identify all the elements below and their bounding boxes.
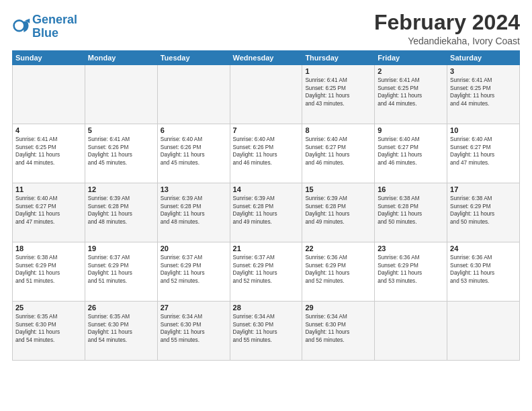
day-number: 7 [233, 126, 300, 134]
day-info: Sunrise: 6:35 AM Sunset: 6:30 PM Dayligh… [88, 313, 154, 344]
day-info: Sunrise: 6:41 AM Sunset: 6:26 PM Dayligh… [88, 136, 154, 167]
calendar-cell: 16Sunrise: 6:38 AM Sunset: 6:28 PM Dayli… [375, 183, 447, 242]
calendar-cell: 18Sunrise: 6:38 AM Sunset: 6:29 PM Dayli… [13, 242, 85, 302]
day-info: Sunrise: 6:36 AM Sunset: 6:29 PM Dayligh… [378, 254, 444, 285]
header-cell-friday: Friday [375, 51, 447, 65]
calendar-cell: 28Sunrise: 6:34 AM Sunset: 6:30 PM Dayli… [230, 302, 302, 361]
week-row-3: 11Sunrise: 6:40 AM Sunset: 6:27 PM Dayli… [13, 183, 520, 242]
week-row-5: 25Sunrise: 6:35 AM Sunset: 6:30 PM Dayli… [13, 302, 520, 361]
calendar-cell [375, 302, 447, 361]
calendar-cell: 13Sunrise: 6:39 AM Sunset: 6:28 PM Dayli… [157, 183, 230, 242]
day-number: 3 [450, 67, 517, 75]
week-row-2: 4Sunrise: 6:41 AM Sunset: 6:25 PM Daylig… [13, 124, 520, 183]
day-number: 21 [233, 244, 300, 253]
day-info: Sunrise: 6:37 AM Sunset: 6:29 PM Dayligh… [161, 254, 227, 285]
calendar-header: SundayMondayTuesdayWednesdayThursdayFrid… [13, 51, 520, 65]
day-number: 22 [305, 244, 371, 253]
day-number: 17 [450, 185, 517, 193]
calendar-cell: 10Sunrise: 6:40 AM Sunset: 6:27 PM Dayli… [447, 124, 520, 183]
logo: General Blue [12, 13, 77, 40]
page: General Blue February 2024 Yedandiekaha,… [0, 0, 532, 411]
calendar-cell: 5Sunrise: 6:41 AM Sunset: 6:26 PM Daylig… [85, 124, 157, 183]
day-info: Sunrise: 6:34 AM Sunset: 6:30 PM Dayligh… [233, 313, 300, 344]
week-row-1: 1Sunrise: 6:41 AM Sunset: 6:25 PM Daylig… [13, 65, 520, 124]
calendar-cell [13, 65, 85, 124]
calendar-cell [230, 65, 302, 124]
calendar-cell: 26Sunrise: 6:35 AM Sunset: 6:30 PM Dayli… [85, 302, 157, 361]
day-number: 16 [378, 185, 444, 193]
calendar-cell: 9Sunrise: 6:40 AM Sunset: 6:27 PM Daylig… [375, 124, 447, 183]
day-info: Sunrise: 6:38 AM Sunset: 6:28 PM Dayligh… [378, 195, 444, 226]
day-info: Sunrise: 6:39 AM Sunset: 6:28 PM Dayligh… [233, 195, 300, 226]
day-info: Sunrise: 6:40 AM Sunset: 6:27 PM Dayligh… [15, 195, 82, 226]
day-info: Sunrise: 6:36 AM Sunset: 6:29 PM Dayligh… [305, 254, 371, 285]
calendar-cell: 20Sunrise: 6:37 AM Sunset: 6:29 PM Dayli… [157, 242, 230, 302]
calendar-cell: 12Sunrise: 6:39 AM Sunset: 6:28 PM Dayli… [85, 183, 157, 242]
day-info: Sunrise: 6:36 AM Sunset: 6:30 PM Dayligh… [450, 254, 517, 285]
header: General Blue February 2024 Yedandiekaha,… [12, 11, 520, 46]
calendar-cell: 25Sunrise: 6:35 AM Sunset: 6:30 PM Dayli… [13, 302, 85, 361]
calendar-cell: 8Sunrise: 6:40 AM Sunset: 6:27 PM Daylig… [302, 124, 375, 183]
calendar-cell: 15Sunrise: 6:39 AM Sunset: 6:28 PM Dayli… [302, 183, 375, 242]
day-number: 26 [88, 304, 154, 312]
day-number: 4 [15, 126, 82, 134]
day-info: Sunrise: 6:41 AM Sunset: 6:25 PM Dayligh… [15, 136, 82, 167]
day-info: Sunrise: 6:40 AM Sunset: 6:27 PM Dayligh… [450, 136, 517, 167]
day-number: 28 [233, 304, 300, 312]
calendar-cell [85, 65, 157, 124]
calendar-cell: 22Sunrise: 6:36 AM Sunset: 6:29 PM Dayli… [302, 242, 375, 302]
day-info: Sunrise: 6:40 AM Sunset: 6:26 PM Dayligh… [233, 136, 300, 167]
day-info: Sunrise: 6:39 AM Sunset: 6:28 PM Dayligh… [88, 195, 154, 226]
day-number: 8 [305, 126, 371, 134]
header-cell-wednesday: Wednesday [230, 51, 302, 65]
day-info: Sunrise: 6:40 AM Sunset: 6:26 PM Dayligh… [161, 136, 227, 167]
day-number: 1 [305, 67, 371, 75]
day-number: 13 [161, 185, 227, 193]
day-info: Sunrise: 6:39 AM Sunset: 6:28 PM Dayligh… [305, 195, 371, 226]
header-cell-monday: Monday [85, 51, 157, 65]
month-year: February 2024 [374, 11, 520, 34]
day-number: 10 [450, 126, 517, 134]
day-info: Sunrise: 6:37 AM Sunset: 6:29 PM Dayligh… [88, 254, 154, 285]
calendar-cell: 1Sunrise: 6:41 AM Sunset: 6:25 PM Daylig… [302, 65, 375, 124]
day-info: Sunrise: 6:38 AM Sunset: 6:29 PM Dayligh… [15, 254, 82, 285]
day-info: Sunrise: 6:37 AM Sunset: 6:29 PM Dayligh… [233, 254, 300, 285]
calendar-table: SundayMondayTuesdayWednesdayThursdayFrid… [12, 50, 520, 361]
day-info: Sunrise: 6:41 AM Sunset: 6:25 PM Dayligh… [378, 77, 444, 107]
calendar-cell [157, 65, 230, 124]
location: Yedandiekaha, Ivory Coast [374, 36, 520, 46]
day-info: Sunrise: 6:41 AM Sunset: 6:25 PM Dayligh… [450, 77, 517, 107]
week-row-4: 18Sunrise: 6:38 AM Sunset: 6:29 PM Dayli… [13, 242, 520, 302]
header-cell-thursday: Thursday [302, 51, 375, 65]
day-info: Sunrise: 6:39 AM Sunset: 6:28 PM Dayligh… [161, 195, 227, 226]
day-number: 9 [378, 126, 444, 134]
day-info: Sunrise: 6:40 AM Sunset: 6:27 PM Dayligh… [378, 136, 444, 167]
calendar-cell: 11Sunrise: 6:40 AM Sunset: 6:27 PM Dayli… [13, 183, 85, 242]
calendar-cell: 27Sunrise: 6:34 AM Sunset: 6:30 PM Dayli… [157, 302, 230, 361]
day-number: 19 [88, 244, 154, 253]
day-number: 23 [378, 244, 444, 253]
calendar-cell: 21Sunrise: 6:37 AM Sunset: 6:29 PM Dayli… [230, 242, 302, 302]
header-cell-tuesday: Tuesday [157, 51, 230, 65]
day-info: Sunrise: 6:34 AM Sunset: 6:30 PM Dayligh… [305, 313, 371, 344]
day-number: 15 [305, 185, 371, 193]
calendar-cell: 19Sunrise: 6:37 AM Sunset: 6:29 PM Dayli… [85, 242, 157, 302]
day-number: 14 [233, 185, 300, 193]
day-number: 29 [305, 304, 371, 312]
day-info: Sunrise: 6:35 AM Sunset: 6:30 PM Dayligh… [15, 313, 82, 344]
calendar-cell: 2Sunrise: 6:41 AM Sunset: 6:25 PM Daylig… [375, 65, 447, 124]
header-cell-saturday: Saturday [447, 51, 520, 65]
title-block: February 2024 Yedandiekaha, Ivory Coast [374, 11, 520, 46]
day-number: 25 [15, 304, 82, 312]
day-info: Sunrise: 6:38 AM Sunset: 6:29 PM Dayligh… [450, 195, 517, 226]
day-number: 2 [378, 67, 444, 75]
day-number: 5 [88, 126, 154, 134]
day-number: 20 [161, 244, 227, 253]
calendar-cell: 6Sunrise: 6:40 AM Sunset: 6:26 PM Daylig… [157, 124, 230, 183]
day-number: 18 [15, 244, 82, 253]
calendar-cell: 3Sunrise: 6:41 AM Sunset: 6:25 PM Daylig… [447, 65, 520, 124]
day-number: 24 [450, 244, 517, 253]
day-info: Sunrise: 6:34 AM Sunset: 6:30 PM Dayligh… [161, 313, 227, 344]
day-number: 27 [161, 304, 227, 312]
day-info: Sunrise: 6:40 AM Sunset: 6:27 PM Dayligh… [305, 136, 371, 167]
